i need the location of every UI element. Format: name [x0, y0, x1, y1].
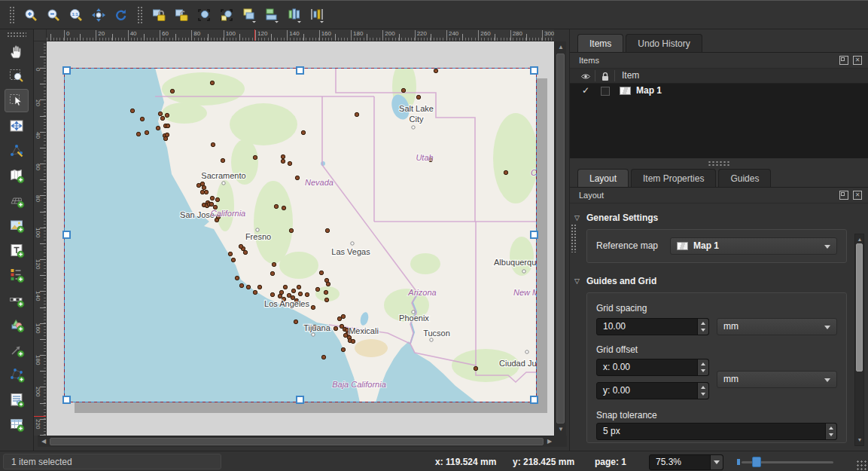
- zoom-out-button[interactable]: [42, 4, 65, 26]
- canvas-horizontal-scrollbar[interactable]: ◀ ▶: [38, 436, 556, 447]
- resize-handle-nw[interactable]: [62, 66, 71, 75]
- tab-guides[interactable]: Guides: [718, 169, 771, 188]
- general-settings-header[interactable]: ▽General Settings: [574, 213, 658, 223]
- collapse-arrow-icon: ▽: [574, 214, 580, 222]
- resize-handle-w[interactable]: [62, 231, 71, 239]
- map-data-point: [215, 197, 219, 201]
- panel-scroll-thumb[interactable]: [856, 243, 863, 372]
- zoom-in-button[interactable]: [20, 4, 42, 26]
- grid-offset-unit-dropdown[interactable]: mm: [717, 371, 837, 388]
- lock-selected-items-button[interactable]: [148, 4, 170, 26]
- toolbar-grip[interactable]: [137, 6, 143, 24]
- zoom-slider[interactable]: [742, 461, 833, 463]
- refresh-button[interactable]: [110, 4, 132, 26]
- add-legend-button[interactable]: [5, 263, 29, 286]
- zoom-slider-mark: [737, 459, 740, 465]
- resize-selected-items-button[interactable]: [306, 4, 328, 26]
- tab-item-properties[interactable]: Item Properties: [631, 169, 716, 188]
- horizontal-scroll-thumb[interactable]: [50, 438, 544, 445]
- toolbar-grip[interactable]: [7, 32, 26, 38]
- resize-handle-s[interactable]: [296, 396, 304, 404]
- scroll-down-arrow[interactable]: ▼: [854, 435, 865, 445]
- group-items-button[interactable]: [193, 4, 215, 26]
- float-panel-icon[interactable]: [839, 56, 848, 65]
- map-item[interactable]: SacramentoSan JoseFresnoLas VegasSalt La…: [64, 68, 537, 402]
- vertical-scroll-thumb[interactable]: [556, 54, 565, 424]
- resize-handle-n[interactable]: [296, 66, 304, 75]
- scroll-left-arrow[interactable]: ◀: [38, 436, 49, 447]
- pan-tool-button[interactable]: [5, 39, 29, 63]
- spin-buttons[interactable]: [697, 319, 708, 335]
- distribute-selected-items-button[interactable]: [283, 4, 306, 26]
- add-html-button[interactable]: [5, 387, 29, 411]
- visibility-check[interactable]: ✓: [582, 85, 589, 96]
- lock-checkbox[interactable]: [601, 87, 610, 96]
- tab-undo-history[interactable]: Undo History: [626, 34, 702, 53]
- zoom-actual-button[interactable]: 1:1: [65, 4, 87, 26]
- resize-handle-se[interactable]: [530, 396, 538, 404]
- resize-handle-sw[interactable]: [62, 396, 71, 404]
- visibility-column-eye-icon: [580, 72, 591, 81]
- qgis-layout-window: 1:1 0204060801001201401601802002202402: [0, 0, 868, 471]
- grid-offset-x-input[interactable]: x: 0.00: [596, 359, 709, 376]
- tab-layout[interactable]: Layout: [577, 169, 629, 188]
- ruler-label: 220: [415, 30, 427, 41]
- snap-tolerance-input[interactable]: 5 px: [596, 423, 837, 440]
- lock-icon: [151, 8, 166, 23]
- resize-handle-ne[interactable]: [530, 66, 538, 75]
- spin-buttons[interactable]: [697, 359, 708, 375]
- window-resize-grip[interactable]: [856, 460, 866, 470]
- tab-items[interactable]: Items: [577, 34, 623, 53]
- add-picture-button[interactable]: [5, 213, 29, 237]
- map-data-point: [341, 314, 345, 318]
- chevron-down-icon: [714, 460, 720, 464]
- panel-scrollbar[interactable]: ▲ ▼: [854, 234, 864, 446]
- add-attribute-table-button[interactable]: [5, 412, 29, 436]
- ungroup-items-button[interactable]: [215, 4, 238, 26]
- zoom-dropdown-button[interactable]: [710, 455, 723, 469]
- page-readout: page: 1: [595, 457, 626, 467]
- scroll-down-arrow[interactable]: ▼: [556, 424, 566, 435]
- resize-handle-e[interactable]: [530, 231, 538, 239]
- panel-splitter[interactable]: [708, 161, 730, 166]
- raise-selected-items-button[interactable]: [238, 4, 260, 26]
- reference-map-dropdown[interactable]: Map 1: [670, 237, 837, 255]
- add-node-item-button[interactable]: [5, 362, 29, 386]
- scroll-right-arrow[interactable]: ▶: [544, 436, 555, 447]
- zoom-actual-icon: 1:1: [69, 8, 84, 23]
- toolbar-grip[interactable]: [9, 6, 15, 24]
- add-shape-button[interactable]: [5, 313, 29, 336]
- spin-buttons[interactable]: [697, 383, 708, 399]
- spin-buttons[interactable]: [825, 424, 836, 439]
- zoom-slider-handle[interactable]: [752, 457, 761, 467]
- edit-nodes-item-tool-button[interactable]: [5, 139, 29, 162]
- item-row-map1[interactable]: ✓ Map 1: [570, 84, 868, 99]
- add-label-button[interactable]: [5, 238, 29, 261]
- unlock-all-items-button[interactable]: [170, 4, 193, 26]
- add-arrow-button[interactable]: [5, 338, 29, 361]
- move-item-content-tool-button[interactable]: [5, 114, 29, 137]
- ruler-label: 220: [35, 419, 41, 429]
- add-3d-map-button[interactable]: [5, 188, 29, 212]
- select-move-item-tool-button[interactable]: [5, 89, 29, 112]
- zoom-full-button[interactable]: [87, 4, 110, 26]
- canvas-vertical-scrollbar[interactable]: ▲ ▼: [554, 41, 566, 436]
- ruler-cursor-marker: [34, 416, 47, 417]
- add-scalebar-button[interactable]: [5, 288, 29, 311]
- guides-and-grid-header[interactable]: ▽Guides and Grid: [574, 276, 656, 286]
- grid-offset-label: Grid offset: [596, 344, 638, 355]
- layout-canvas[interactable]: SacramentoSan JoseFresnoLas VegasSalt La…: [47, 41, 554, 436]
- grid-spacing-input[interactable]: 10.00: [596, 318, 709, 335]
- close-panel-icon[interactable]: ✕: [853, 191, 862, 200]
- city-marker: [430, 338, 433, 341]
- city-label: Tijuana: [303, 323, 331, 332]
- zoom-tool-button[interactable]: [5, 64, 29, 87]
- align-selected-items-button[interactable]: [260, 4, 283, 26]
- scroll-up-arrow[interactable]: ▲: [556, 42, 566, 53]
- add-map-button[interactable]: [5, 164, 29, 187]
- zoom-level-combobox[interactable]: 75.3%: [649, 454, 723, 470]
- float-panel-icon[interactable]: [839, 191, 848, 200]
- grid-spacing-unit-dropdown[interactable]: mm: [717, 318, 837, 335]
- grid-offset-y-input[interactable]: y: 0.00: [596, 382, 709, 399]
- close-panel-icon[interactable]: ✕: [853, 56, 862, 65]
